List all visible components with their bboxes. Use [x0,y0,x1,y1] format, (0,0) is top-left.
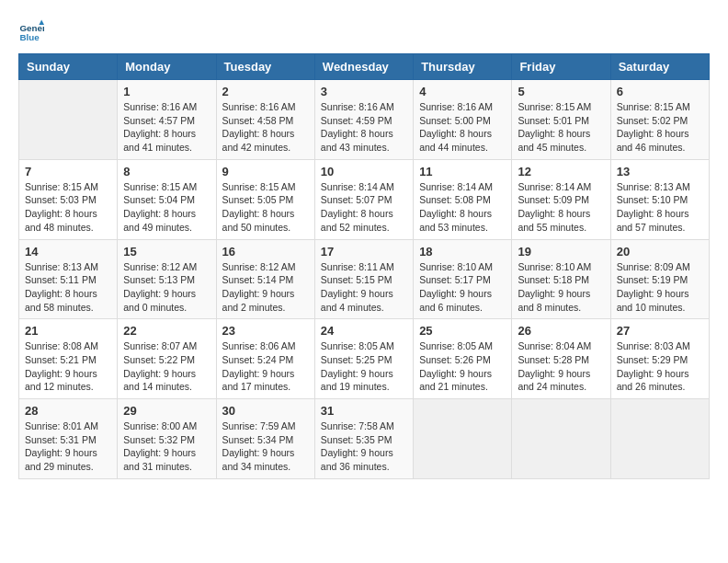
day-info: Sunrise: 8:14 AM Sunset: 5:08 PM Dayligh… [419,180,506,235]
day-number: 8 [123,165,210,178]
day-info: Sunrise: 8:13 AM Sunset: 5:10 PM Dayligh… [617,180,703,235]
calendar-cell [414,399,512,479]
calendar-cell: 25Sunrise: 8:05 AM Sunset: 5:26 PM Dayli… [414,319,512,399]
day-number: 21 [25,324,111,338]
day-info: Sunrise: 8:13 AM Sunset: 5:11 PM Dayligh… [25,260,111,315]
day-info: Sunrise: 8:14 AM Sunset: 5:09 PM Dayligh… [518,180,604,235]
calendar-week-row: 7Sunrise: 8:15 AM Sunset: 5:03 PM Daylig… [19,159,710,239]
calendar-cell: 26Sunrise: 8:04 AM Sunset: 5:28 PM Dayli… [512,319,610,399]
day-number: 25 [419,324,506,338]
day-number: 24 [321,324,407,338]
day-number: 27 [617,324,703,338]
calendar-cell: 29Sunrise: 8:00 AM Sunset: 5:32 PM Dayli… [118,399,216,479]
calendar-cell: 10Sunrise: 8:14 AM Sunset: 5:07 PM Dayli… [314,159,413,239]
day-info: Sunrise: 8:04 AM Sunset: 5:28 PM Dayligh… [518,339,604,394]
calendar-cell: 14Sunrise: 8:13 AM Sunset: 5:11 PM Dayli… [19,239,118,319]
logo: General Blue [18,18,48,44]
day-info: Sunrise: 8:05 AM Sunset: 5:26 PM Dayligh… [419,339,506,394]
day-info: Sunrise: 8:15 AM Sunset: 5:03 PM Dayligh… [25,180,111,235]
calendar-cell: 23Sunrise: 8:06 AM Sunset: 5:24 PM Dayli… [216,319,314,399]
day-number: 19 [518,245,604,259]
day-number: 9 [222,165,309,178]
day-number: 12 [518,165,604,178]
day-info: Sunrise: 8:16 AM Sunset: 5:00 PM Dayligh… [419,100,506,155]
day-number: 13 [617,165,703,178]
weekday-header-saturday: Saturday [610,54,709,80]
calendar-cell: 30Sunrise: 7:59 AM Sunset: 5:34 PM Dayli… [216,399,314,479]
calendar-cell: 7Sunrise: 8:15 AM Sunset: 5:03 PM Daylig… [19,159,118,239]
calendar-week-row: 1Sunrise: 8:16 AM Sunset: 4:57 PM Daylig… [19,80,710,160]
calendar-cell: 4Sunrise: 8:16 AM Sunset: 5:00 PM Daylig… [414,80,512,160]
weekday-header-thursday: Thursday [414,54,512,80]
day-number: 16 [222,245,309,259]
svg-text:Blue: Blue [19,32,40,42]
weekday-header-wednesday: Wednesday [314,54,413,80]
day-info: Sunrise: 8:08 AM Sunset: 5:21 PM Dayligh… [25,339,111,394]
calendar-cell: 3Sunrise: 8:16 AM Sunset: 4:59 PM Daylig… [314,80,413,160]
day-number: 26 [518,324,604,338]
day-info: Sunrise: 8:01 AM Sunset: 5:31 PM Dayligh… [25,419,111,474]
day-info: Sunrise: 8:16 AM Sunset: 4:59 PM Dayligh… [321,100,407,155]
calendar-cell: 13Sunrise: 8:13 AM Sunset: 5:10 PM Dayli… [610,159,709,239]
day-info: Sunrise: 8:00 AM Sunset: 5:32 PM Dayligh… [123,419,210,474]
header: General Blue [18,18,710,44]
day-info: Sunrise: 8:03 AM Sunset: 5:29 PM Dayligh… [617,339,703,394]
day-info: Sunrise: 8:06 AM Sunset: 5:24 PM Dayligh… [222,339,309,394]
day-number: 31 [321,404,407,418]
day-number: 7 [25,165,111,178]
day-info: Sunrise: 8:16 AM Sunset: 4:58 PM Dayligh… [222,100,309,155]
calendar-cell: 17Sunrise: 8:11 AM Sunset: 5:15 PM Dayli… [314,239,413,319]
calendar-cell: 15Sunrise: 8:12 AM Sunset: 5:13 PM Dayli… [118,239,216,319]
day-number: 30 [222,404,309,418]
calendar-cell: 19Sunrise: 8:10 AM Sunset: 5:18 PM Dayli… [512,239,610,319]
day-number: 2 [222,85,309,98]
calendar-cell: 22Sunrise: 8:07 AM Sunset: 5:22 PM Dayli… [118,319,216,399]
weekday-header-sunday: Sunday [19,54,118,80]
calendar-cell: 8Sunrise: 8:15 AM Sunset: 5:04 PM Daylig… [118,159,216,239]
weekday-header-monday: Monday [118,54,216,80]
day-info: Sunrise: 8:05 AM Sunset: 5:25 PM Dayligh… [321,339,407,394]
day-number: 10 [321,165,407,178]
day-info: Sunrise: 8:12 AM Sunset: 5:13 PM Dayligh… [123,260,210,315]
calendar-cell: 21Sunrise: 8:08 AM Sunset: 5:21 PM Dayli… [19,319,118,399]
calendar-cell: 1Sunrise: 8:16 AM Sunset: 4:57 PM Daylig… [118,80,216,160]
day-number: 4 [419,85,506,98]
calendar-cell [610,399,709,479]
day-number: 17 [321,245,407,259]
calendar-table: SundayMondayTuesdayWednesdayThursdayFrid… [18,53,710,479]
calendar-cell: 2Sunrise: 8:16 AM Sunset: 4:58 PM Daylig… [216,80,314,160]
logo-icon: General Blue [18,18,44,44]
day-number: 23 [222,324,309,338]
day-info: Sunrise: 7:59 AM Sunset: 5:34 PM Dayligh… [222,419,309,474]
day-info: Sunrise: 8:09 AM Sunset: 5:19 PM Dayligh… [617,260,703,315]
day-number: 15 [123,245,210,259]
day-number: 28 [25,404,111,418]
day-info: Sunrise: 8:15 AM Sunset: 5:05 PM Dayligh… [222,180,309,235]
calendar-cell: 5Sunrise: 8:15 AM Sunset: 5:01 PM Daylig… [512,80,610,160]
day-info: Sunrise: 8:10 AM Sunset: 5:18 PM Dayligh… [518,260,604,315]
calendar-cell: 18Sunrise: 8:10 AM Sunset: 5:17 PM Dayli… [414,239,512,319]
day-number: 11 [419,165,506,178]
day-info: Sunrise: 8:11 AM Sunset: 5:15 PM Dayligh… [321,260,407,315]
calendar-cell [512,399,610,479]
calendar-cell: 20Sunrise: 8:09 AM Sunset: 5:19 PM Dayli… [610,239,709,319]
calendar-cell: 27Sunrise: 8:03 AM Sunset: 5:29 PM Dayli… [610,319,709,399]
calendar-cell: 24Sunrise: 8:05 AM Sunset: 5:25 PM Dayli… [314,319,413,399]
day-info: Sunrise: 7:58 AM Sunset: 5:35 PM Dayligh… [321,419,407,474]
day-info: Sunrise: 8:15 AM Sunset: 5:01 PM Dayligh… [518,100,604,155]
calendar-cell: 9Sunrise: 8:15 AM Sunset: 5:05 PM Daylig… [216,159,314,239]
calendar-week-row: 21Sunrise: 8:08 AM Sunset: 5:21 PM Dayli… [19,319,710,399]
day-number: 22 [123,324,210,338]
day-info: Sunrise: 8:10 AM Sunset: 5:17 PM Dayligh… [419,260,506,315]
calendar-cell: 31Sunrise: 7:58 AM Sunset: 5:35 PM Dayli… [314,399,413,479]
day-number: 14 [25,245,111,259]
day-number: 3 [321,85,407,98]
day-number: 29 [123,404,210,418]
calendar-cell: 28Sunrise: 8:01 AM Sunset: 5:31 PM Dayli… [19,399,118,479]
day-info: Sunrise: 8:16 AM Sunset: 4:57 PM Dayligh… [123,100,210,155]
day-number: 18 [419,245,506,259]
day-info: Sunrise: 8:14 AM Sunset: 5:07 PM Dayligh… [321,180,407,235]
calendar-cell: 6Sunrise: 8:15 AM Sunset: 5:02 PM Daylig… [610,80,709,160]
calendar-cell: 16Sunrise: 8:12 AM Sunset: 5:14 PM Dayli… [216,239,314,319]
calendar-week-row: 28Sunrise: 8:01 AM Sunset: 5:31 PM Dayli… [19,399,710,479]
